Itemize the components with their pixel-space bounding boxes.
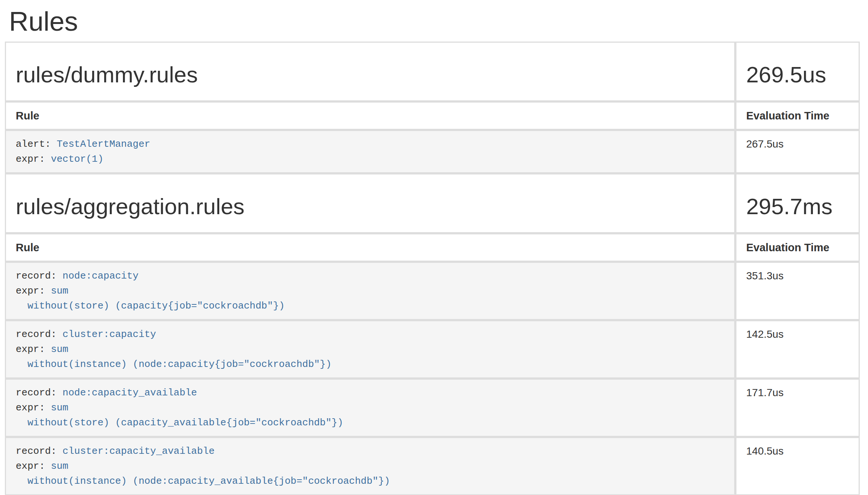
rule-text: record: — [16, 387, 63, 398]
eval-time-cell: 142.5us — [735, 320, 860, 379]
rules-table: rules/dummy.rules269.5usRuleEvaluation T… — [5, 42, 860, 495]
rule-row: alert: TestAlertManager expr: vector(1)2… — [5, 130, 860, 173]
rule-text: record: — [16, 329, 63, 340]
rule-column-header: Rule — [5, 101, 735, 130]
rule-text: expr: — [16, 154, 51, 165]
eval-column-header: Evaluation Time — [735, 101, 860, 130]
rule-link[interactable]: sum without(instance) (node:capacity_ava… — [16, 461, 390, 487]
group-file-name: rules/dummy.rules — [16, 63, 724, 87]
rule-text: expr: — [16, 461, 51, 472]
rule-link[interactable]: node:capacity — [63, 270, 139, 282]
rule-link[interactable]: cluster:capacity — [63, 329, 156, 340]
eval-column-header: Evaluation Time — [735, 233, 860, 262]
rule-cell: record: cluster:capacity_available expr:… — [5, 437, 735, 495]
rule-row: record: cluster:capacity_available expr:… — [5, 437, 860, 495]
eval-time-cell: 171.7us — [735, 379, 860, 437]
column-header-row: RuleEvaluation Time — [5, 101, 860, 130]
rule-row: record: cluster:capacity expr: sum witho… — [5, 320, 860, 379]
rule-text: record: — [16, 446, 63, 457]
rule-link[interactable]: sum without(instance) (node:capacity{job… — [16, 344, 332, 370]
rule-text: alert: — [16, 139, 57, 150]
rule-cell: alert: TestAlertManager expr: vector(1) — [5, 130, 735, 173]
group-eval-total-cell: 269.5us — [735, 42, 860, 101]
rule-link[interactable]: TestAlertManager — [57, 139, 150, 150]
rule-column-header: Rule — [5, 233, 735, 262]
rule-text: record: — [16, 270, 63, 282]
rule-cell: record: cluster:capacity expr: sum witho… — [5, 320, 735, 379]
rule-row: record: node:capacity_available expr: su… — [5, 379, 860, 437]
group-file-cell: rules/aggregation.rules — [5, 173, 735, 233]
rule-text: expr: — [16, 344, 51, 355]
eval-time-cell: 267.5us — [735, 130, 860, 173]
column-header-row: RuleEvaluation Time — [5, 233, 860, 262]
group-header-row: rules/dummy.rules269.5us — [5, 42, 860, 101]
rule-link[interactable]: cluster:capacity_available — [63, 446, 215, 457]
group-eval-total-cell: 295.7ms — [735, 173, 860, 233]
rule-row: record: node:capacity expr: sum without(… — [5, 262, 860, 320]
page-title: Rules — [9, 7, 868, 36]
rule-cell: record: node:capacity expr: sum without(… — [5, 262, 735, 320]
rule-link[interactable]: sum without(store) (capacity{job="cockro… — [16, 285, 285, 312]
group-eval-total: 295.7ms — [746, 194, 849, 219]
rule-text: expr: — [16, 402, 51, 413]
group-file-name: rules/aggregation.rules — [16, 194, 724, 219]
rule-text: expr: — [16, 285, 51, 297]
rule-link[interactable]: vector(1) — [51, 154, 103, 165]
eval-time-cell: 351.3us — [735, 262, 860, 320]
group-file-cell: rules/dummy.rules — [5, 42, 735, 101]
group-header-row: rules/aggregation.rules295.7ms — [5, 173, 860, 233]
rule-link[interactable]: sum without(store) (capacity_available{j… — [16, 402, 343, 428]
group-eval-total: 269.5us — [746, 63, 849, 87]
rules-table-body: rules/dummy.rules269.5usRuleEvaluation T… — [5, 42, 860, 495]
eval-time-cell: 140.5us — [735, 437, 860, 495]
rule-link[interactable]: node:capacity_available — [63, 387, 197, 398]
rule-cell: record: node:capacity_available expr: su… — [5, 379, 735, 437]
